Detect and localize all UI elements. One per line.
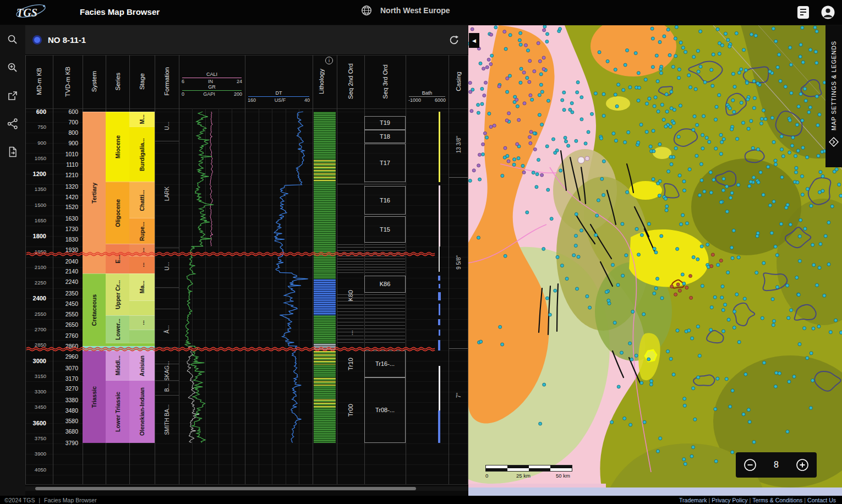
rotated-label: SMITH BA... <box>164 404 170 435</box>
series-block: Miocene <box>106 112 129 182</box>
open-external-icon <box>6 89 19 102</box>
scale-bar-graphic <box>485 465 572 472</box>
map-settings-tab[interactable]: MAP SETTINGS & LEGENDS <box>825 25 842 167</box>
well-status-dot[interactable] <box>32 35 42 45</box>
zoom-in-button[interactable] <box>6 61 20 75</box>
tvd-depth-tick: 3170 <box>54 375 78 382</box>
md-depth-tick: 2700 <box>25 326 48 332</box>
footer-separator: | <box>708 497 710 503</box>
app-title: Facies Map Browser <box>80 7 160 17</box>
formation-divider <box>155 287 179 288</box>
formation-divider <box>155 248 179 248</box>
md-depth-tick: 3750 <box>25 435 48 441</box>
bath-mark <box>439 304 440 315</box>
user-button[interactable] <box>821 5 835 20</box>
seq3-tick <box>365 332 405 332</box>
report-icon <box>796 5 811 20</box>
seq3-tick <box>365 315 405 315</box>
track-gridline <box>232 108 232 484</box>
refresh-button[interactable] <box>447 34 461 47</box>
column-header-casing: Casing <box>449 55 468 108</box>
series-block: Lower Triassic <box>106 380 129 442</box>
well-log-panel: NO 8-11-1 MD-m KB TVD-m KB System Series… <box>25 25 468 496</box>
tvd-depth-tick: 3580 <box>54 418 78 424</box>
field-marker <box>585 156 589 161</box>
seq3-tick <box>365 272 405 273</box>
seq3-label: T16 <box>380 197 390 204</box>
casing-label: 13 3/8" <box>449 122 468 166</box>
lithology-segment <box>314 112 336 160</box>
tvd-depth-tick: 3680 <box>54 428 78 435</box>
column-border <box>406 55 406 484</box>
formation-divider <box>155 395 179 396</box>
track-gridline <box>272 108 272 484</box>
file-export-button[interactable] <box>6 145 20 160</box>
seq2-tick <box>337 259 364 259</box>
series-block: Oligocene <box>106 182 129 244</box>
lithology-segment <box>314 408 336 442</box>
casing-label: 9 5/8" <box>449 240 468 284</box>
seq3-tick <box>365 325 405 326</box>
seq2-tick <box>337 261 364 262</box>
track-gridline <box>218 108 219 484</box>
region-selector[interactable]: North West Europe <box>360 4 450 17</box>
share-nodes-button[interactable] <box>6 117 20 132</box>
seq2-tick <box>337 264 364 265</box>
rotated-label: U... <box>164 262 170 271</box>
footer-link[interactable]: Contact Us <box>807 497 836 503</box>
md-depth-tick: 3900 <box>25 451 48 457</box>
footer-separator: | <box>804 497 806 503</box>
search-button[interactable] <box>6 33 20 47</box>
seq3-tick <box>365 322 405 322</box>
system-block: Tertiary <box>83 112 106 273</box>
rotated-label: Ma... <box>139 281 145 293</box>
rotated-label: Olenekian-Induan <box>139 387 145 436</box>
seq2-tick <box>337 308 364 309</box>
md-depth-tick: 750 <box>25 124 48 130</box>
md-depth-tick: 1650 <box>25 217 48 223</box>
formation-label: U... <box>155 243 179 289</box>
series-block: E... <box>106 244 129 273</box>
well-name: NO 8-11-1 <box>48 35 86 45</box>
column-header-seq2: Seq 2nd Ord <box>337 55 364 108</box>
footer-link[interactable]: Privacy Policy <box>712 497 747 503</box>
zoom-in-map-button[interactable] <box>796 458 809 472</box>
seq3-label: T17 <box>380 160 390 166</box>
rotated-label: Tertiary <box>91 183 97 204</box>
track-gridline <box>286 108 286 484</box>
open-external-button[interactable] <box>6 89 20 103</box>
legend-diamond-icon <box>829 137 839 147</box>
lithology-info-icon[interactable]: i <box>325 57 333 64</box>
well-log-canvas[interactable]: MD-m KB TVD-m KB System Series Stage For… <box>25 25 468 496</box>
highlighted-well-marker[interactable] <box>645 350 657 361</box>
bath-mark <box>439 284 440 288</box>
column-border <box>245 55 245 484</box>
seq2-tick <box>337 325 364 326</box>
lithology-segment <box>314 365 336 377</box>
footer-link[interactable]: Terms & Conditions <box>752 497 802 503</box>
refresh-icon <box>447 34 461 47</box>
zoom-out-button[interactable] <box>743 458 757 472</box>
track-header-bath: Bath -10006000 <box>407 90 447 103</box>
track-gridline <box>205 108 206 484</box>
seq3-box: K86 <box>364 276 406 293</box>
formation-divider <box>155 309 179 309</box>
md-depth-tick: 3600 <box>25 420 48 426</box>
seq3-tick <box>365 184 405 184</box>
collapse-panel-button[interactable]: ◀ <box>469 33 479 48</box>
scrollbar-thumb[interactable] <box>35 487 416 490</box>
seq3-tick <box>365 259 405 259</box>
map-scale-bar: 0 25 km 50 km <box>485 465 573 479</box>
report-button[interactable] <box>796 5 811 20</box>
facies-map-svg[interactable] <box>468 25 842 496</box>
lithology-segment <box>314 273 336 278</box>
lithology-segment <box>314 399 336 408</box>
footer-separator: | <box>39 497 40 503</box>
facies-map[interactable]: ◀ MAP SETTINGS & LEGENDS 0 25 km 50 km <box>468 25 842 496</box>
column-header-tvd: TVD-m KB <box>53 55 83 108</box>
column-border <box>179 55 179 484</box>
seq3-tick <box>365 270 405 270</box>
seq2-tick <box>337 318 364 319</box>
footer-link[interactable]: Trademark <box>679 497 707 503</box>
zoom-in-map-icon <box>796 458 809 472</box>
